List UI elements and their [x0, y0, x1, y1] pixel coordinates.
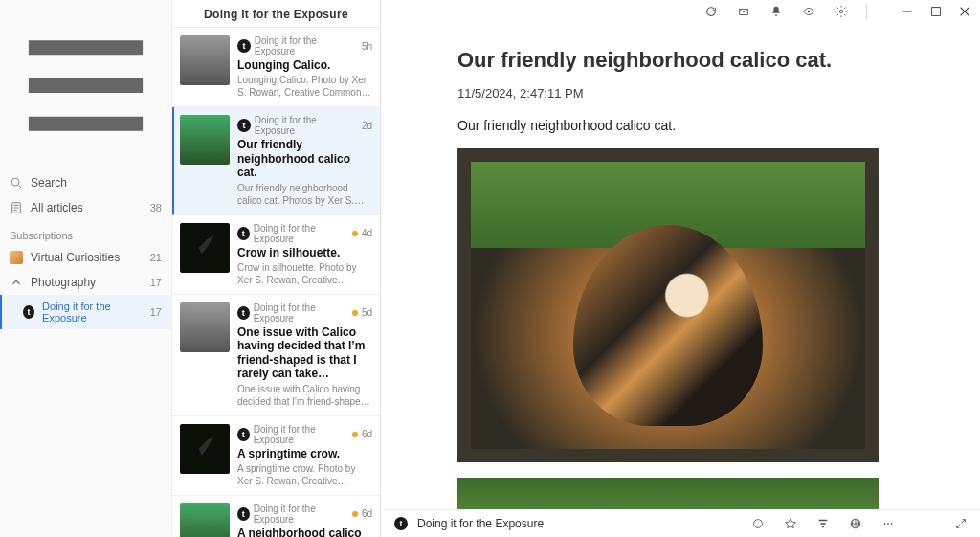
- article-list-scroll[interactable]: tDoing it for the Exposure5h Lounging Ca…: [172, 28, 380, 537]
- star-icon[interactable]: [783, 516, 798, 531]
- filter-icon[interactable]: [815, 516, 831, 531]
- article-source: Doing it for the Exposure: [255, 115, 358, 136]
- mark-read-icon[interactable]: [736, 4, 751, 19]
- bell-icon[interactable]: [768, 4, 784, 19]
- svg-point-2: [808, 11, 811, 13]
- divider: [866, 4, 867, 19]
- article-thumbnail: [180, 302, 230, 352]
- article-image: [457, 148, 879, 462]
- svg-rect-4: [932, 8, 941, 16]
- article-view[interactable]: Our friendly neighborhood calico cat. 11…: [381, 23, 980, 537]
- sidebar-item-photography[interactable]: Photography 17: [0, 270, 171, 295]
- sidebar-item-count: 17: [150, 306, 162, 318]
- collapse-icon[interactable]: [953, 516, 969, 531]
- article-item[interactable]: tDoing it for the Exposure5d One issue w…: [172, 295, 380, 416]
- article-title: A springtime crow.: [237, 447, 372, 460]
- article-snippet: One issue with Calico having decided tha…: [237, 383, 372, 408]
- sidebar-item-count: 21: [150, 252, 162, 263]
- content-pane: Our friendly neighborhood calico cat. 11…: [381, 0, 980, 537]
- list-header: Doing it for the Exposure: [172, 0, 380, 28]
- globe-icon[interactable]: [848, 516, 863, 531]
- article-source: Doing it for the Exposure: [255, 35, 358, 56]
- refresh-icon[interactable]: [703, 4, 719, 19]
- article-item[interactable]: tDoing it for the Exposure5h Lounging Ca…: [172, 28, 380, 107]
- chevron-down-icon: [10, 276, 23, 289]
- article-footer: t Doing it for the Exposure: [383, 509, 980, 537]
- article-title: Crow in silhouette.: [237, 246, 372, 259]
- search-icon: [10, 176, 23, 190]
- article-title: A neighborhood calico cat who was very h…: [237, 526, 372, 537]
- article-time: 4d: [362, 228, 372, 238]
- svg-point-5: [754, 520, 763, 528]
- more-icon[interactable]: [880, 516, 896, 531]
- sidebar-item-exposure[interactable]: t Doing it for the Exposure 17: [0, 295, 171, 329]
- article-source: Doing it for the Exposure: [254, 302, 349, 324]
- article-snippet: Our friendly neighborhood calico cat. Ph…: [237, 182, 372, 207]
- feed-circle-icon: t: [237, 507, 250, 521]
- article-time: 5h: [362, 41, 372, 52]
- feed-circle-icon: t: [237, 428, 250, 441]
- all-articles-label: All articles: [31, 201, 83, 214]
- subscriptions-heading: Subscriptions: [0, 220, 171, 245]
- article-time: 2d: [362, 121, 372, 131]
- circle-icon[interactable]: [750, 516, 766, 531]
- sidebar-item-count: 17: [150, 277, 162, 288]
- article-snippet: Lounging Calico. Photo by Xer S. Rowan, …: [237, 74, 372, 99]
- search-item[interactable]: Search: [0, 170, 171, 195]
- hamburger-menu[interactable]: [0, 4, 171, 170]
- article-date: 11/5/2024, 2:47:11 PM: [457, 86, 980, 101]
- article-snippet: Crow in silhouette. Photo by Xer S. Rowa…: [237, 261, 372, 286]
- unread-dot-icon: [352, 511, 357, 517]
- feed-circle-icon: t: [394, 517, 408, 530]
- article-item[interactable]: tDoing it for the Exposure4d Crow in sil…: [172, 215, 380, 295]
- article-body-text: Our friendly neighborhood calico cat.: [457, 118, 980, 133]
- footer-source: Doing it for the Exposure: [417, 517, 544, 530]
- feed-circle-icon: t: [237, 306, 250, 320]
- feed-circle-icon: t: [23, 305, 34, 319]
- article-snippet: A springtime crow. Photo by Xer S. Rowan…: [237, 462, 372, 487]
- feed-circle-icon: t: [237, 119, 251, 132]
- article-time: 6d: [362, 429, 372, 439]
- sidebar-item-virtual-curiosities[interactable]: Virtual Curiosities 21: [0, 245, 171, 270]
- article-item[interactable]: tDoing it for the Exposure2d Our friendl…: [172, 107, 380, 214]
- article-time: 5d: [362, 307, 372, 318]
- article-time: 6d: [362, 508, 372, 519]
- unread-dot-icon: [352, 432, 357, 437]
- article-source: Doing it for the Exposure: [254, 503, 349, 525]
- svg-point-9: [891, 523, 893, 525]
- sidebar-item-label: Doing it for the Exposure: [42, 301, 143, 324]
- eye-icon[interactable]: [801, 4, 816, 19]
- titlebar: [381, 0, 980, 23]
- sidebar-item-label: Photography: [31, 276, 96, 289]
- article-title: One issue with Calico having decided tha…: [237, 325, 372, 381]
- svg-point-8: [887, 523, 889, 525]
- all-articles-count: 38: [150, 202, 162, 213]
- sidebar-item-label: Virtual Curiosities: [31, 251, 120, 264]
- article-item[interactable]: tDoing it for the Exposure6d A springtim…: [172, 416, 380, 496]
- article-thumbnail: [180, 115, 230, 165]
- close-icon[interactable]: [957, 4, 972, 19]
- document-icon: [10, 201, 23, 214]
- search-label: Search: [31, 176, 67, 190]
- article-source: Doing it for the Exposure: [254, 424, 349, 445]
- unread-dot-icon: [352, 231, 357, 236]
- svg-point-3: [839, 10, 843, 13]
- feed-avatar-icon: [10, 251, 23, 264]
- article-heading: Our friendly neighborhood calico cat.: [457, 48, 980, 73]
- article-title: Lounging Calico.: [237, 58, 372, 72]
- feed-circle-icon: t: [237, 227, 250, 240]
- article-thumbnail: [180, 223, 230, 273]
- article-thumbnail: [180, 424, 230, 474]
- minimize-icon[interactable]: [900, 4, 915, 19]
- feed-circle-icon: t: [237, 39, 251, 53]
- svg-point-7: [884, 523, 886, 525]
- maximize-icon[interactable]: [928, 4, 944, 19]
- unread-dot-icon: [352, 310, 357, 316]
- sidebar: Search All articles 38 Subscriptions Vir…: [0, 0, 172, 537]
- article-thumbnail: [180, 35, 230, 85]
- article-item[interactable]: tDoing it for the Exposure6d A neighborh…: [172, 496, 380, 537]
- all-articles-item[interactable]: All articles 38: [0, 195, 171, 220]
- svg-point-0: [11, 178, 19, 186]
- article-source: Doing it for the Exposure: [254, 223, 349, 244]
- gear-icon[interactable]: [834, 4, 849, 19]
